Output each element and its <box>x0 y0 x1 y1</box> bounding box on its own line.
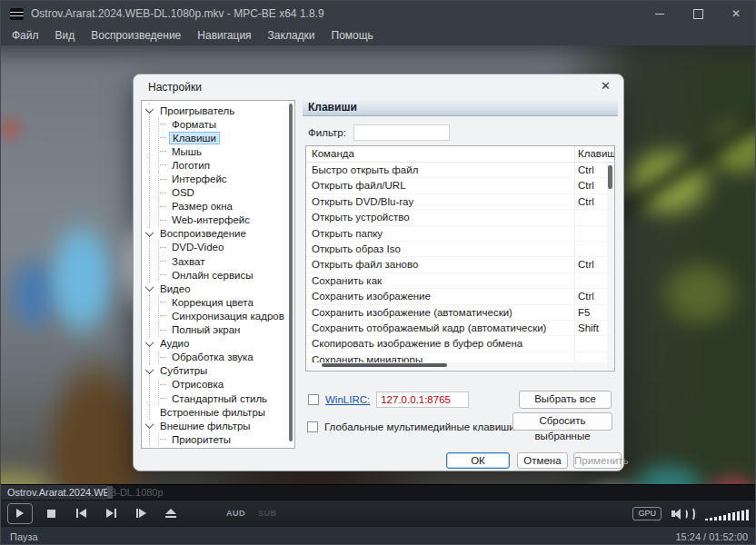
menubar-item[interactable]: Воспроизведение <box>83 26 189 45</box>
tree-item[interactable]: Отрисовка <box>142 378 294 391</box>
tree-item[interactable]: Проигрыватель <box>142 104 294 117</box>
ok-button[interactable]: ОК <box>446 452 510 469</box>
tree-item-label: Проигрыватель <box>158 105 236 116</box>
horizontal-scrollbar[interactable] <box>307 362 606 370</box>
winlirc-address-input[interactable] <box>376 391 469 408</box>
table-rows: Быстро открыть файлCtrlОткрыть файл/URLC… <box>306 163 614 372</box>
volume-bar <box>728 513 731 520</box>
column-header-command[interactable]: Команда <box>306 146 574 162</box>
table-row[interactable]: Открыть файл/URLCtrl <box>306 178 614 193</box>
table-row[interactable]: Сохранить изображениеCtrl <box>306 289 614 304</box>
close-button[interactable]: ✕ <box>717 1 755 26</box>
command-cell: Открыть файл заново <box>306 257 574 272</box>
tree-item[interactable]: Захват <box>142 254 294 268</box>
tree-line <box>160 302 166 302</box>
tree-line <box>160 439 166 440</box>
tree-line <box>160 179 166 180</box>
menubar-item[interactable]: Навигация <box>189 26 259 45</box>
winlirc-link[interactable]: WinLIRC: <box>325 394 370 405</box>
tree-item[interactable]: Обработка звука <box>142 351 294 364</box>
volume-slider[interactable] <box>705 508 749 520</box>
tree-item-label: Захват <box>170 256 206 267</box>
column-header-key[interactable]: Клавиша <box>574 146 614 162</box>
tree-item[interactable]: Размер окна <box>142 200 294 213</box>
tree-item[interactable]: Встроенные фильтры <box>142 405 294 419</box>
play-icon <box>16 509 24 518</box>
tree-item[interactable]: Мышь <box>142 144 294 158</box>
tree-item[interactable]: Логотип <box>142 158 294 172</box>
table-row[interactable]: Открыть папку <box>306 226 614 242</box>
previous-button[interactable] <box>69 504 93 523</box>
volume-bar <box>719 516 721 520</box>
minimize-button[interactable] <box>641 1 679 26</box>
tree-item[interactable]: Аудио <box>142 337 294 351</box>
tree-item[interactable]: Воспроизведение <box>142 227 294 241</box>
volume-bar <box>732 512 735 520</box>
tree-item[interactable]: Полный экран <box>142 323 294 337</box>
reset-selected-button[interactable]: Сбросить выбранные <box>512 412 612 431</box>
audio-track-badge[interactable]: AUD <box>226 509 245 518</box>
menubar: ФайлВидВоспроизведениеНавигацияЗакладкиП… <box>1 26 755 45</box>
apply-button[interactable]: Применить <box>573 452 622 469</box>
command-cell: Быстро открыть файл <box>306 163 574 177</box>
vertical-scrollbar[interactable] <box>607 163 613 370</box>
tree-item[interactable]: Стандартный стиль <box>142 391 294 405</box>
menubar-item[interactable]: Файл <box>4 26 47 45</box>
subtitle-track-badge[interactable]: SUB <box>258 509 277 518</box>
winlirc-checkbox[interactable] <box>308 394 319 405</box>
table-row[interactable]: Скопировать изображение в буфер обмена <box>306 336 614 352</box>
eject-button[interactable] <box>159 504 183 523</box>
maximize-button[interactable] <box>679 1 717 26</box>
tree-item[interactable]: Приоритеты <box>142 432 294 446</box>
table-row[interactable]: Сохранить как <box>306 273 614 289</box>
vertical-scrollbar-thumb[interactable] <box>608 165 612 189</box>
horizontal-scrollbar-thumb[interactable] <box>322 363 447 367</box>
table-row[interactable]: Быстро открыть файлCtrl <box>306 163 614 178</box>
mpc-be-window: Ostrov.Ararat.2024.WEB-DL.1080p.mkv - MP… <box>0 0 756 545</box>
tree-item[interactable]: Онлайн сервисы <box>142 268 294 282</box>
seekbar-thumb[interactable] <box>107 486 113 499</box>
tree-item-label: Аудио <box>158 338 191 349</box>
table-row[interactable]: Открыть образ Iso <box>306 242 614 257</box>
menubar-item[interactable]: Закладки <box>260 26 323 45</box>
cancel-button[interactable]: Отмена <box>517 452 568 469</box>
seekbar[interactable]: Ostrov.Ararat.2024.WEB-DL.1080p Ostrov.A… <box>1 484 756 500</box>
statusbar: Пауза 15:24 / 01:52:00 <box>1 526 756 545</box>
table-row[interactable]: Открыть устройство <box>306 210 614 225</box>
filter-input[interactable] <box>353 124 450 141</box>
stop-button[interactable] <box>39 504 63 523</box>
tree-item[interactable]: Внешние фильтры <box>142 419 294 432</box>
table-row[interactable]: Открыть DVD/Blu-rayCtrl <box>306 194 614 210</box>
tree-item-label: Полный экран <box>170 324 242 335</box>
table-row[interactable]: Сохранить изображение (автоматически)F5 <box>306 305 614 321</box>
filter-row: Фильтр: <box>308 124 450 141</box>
tree-line <box>160 124 166 124</box>
menubar-item[interactable]: Вид <box>47 26 84 45</box>
tree-item[interactable]: Клавиши <box>142 131 294 144</box>
tree-item[interactable]: Видео <box>142 282 294 295</box>
speaker-icon[interactable] <box>671 507 695 521</box>
tree-item[interactable]: Web-интерфейс <box>142 213 294 227</box>
tree-item[interactable]: DVD-Video <box>142 241 294 254</box>
select-all-button[interactable]: Выбрать все <box>519 391 612 409</box>
tree-item[interactable]: Синхронизация кадров <box>142 309 294 322</box>
global-media-keys-row: Глобальные мультимедийные клавиши <box>307 421 515 432</box>
play-button[interactable] <box>7 503 33 524</box>
table-row[interactable]: Открыть файл зановоCtrl <box>306 257 614 272</box>
dialog-close-icon[interactable]: ✕ <box>601 80 611 92</box>
tree-item[interactable]: Субтитры <box>142 364 294 378</box>
tree-item[interactable]: Коррекция цвета <box>142 295 294 309</box>
menubar-item[interactable]: Помощь <box>323 26 382 45</box>
frame-step-button[interactable] <box>129 504 153 523</box>
global-media-keys-checkbox[interactable] <box>307 421 318 432</box>
command-cell: Открыть файл/URL <box>306 178 574 193</box>
volume-bar <box>714 517 717 520</box>
table-row[interactable]: Сохранить отображаемый кадр (автоматичес… <box>306 321 614 336</box>
command-cell: Открыть образ Iso <box>306 242 574 256</box>
tree-item[interactable]: Форматы <box>142 117 294 131</box>
next-button[interactable] <box>99 504 123 523</box>
tree-item[interactable]: Интерфейс <box>142 172 294 185</box>
tree-item[interactable]: OSD <box>142 186 294 200</box>
tree-item-label: DVD-Video <box>170 242 225 253</box>
tree-item-label: Видео <box>158 283 193 294</box>
